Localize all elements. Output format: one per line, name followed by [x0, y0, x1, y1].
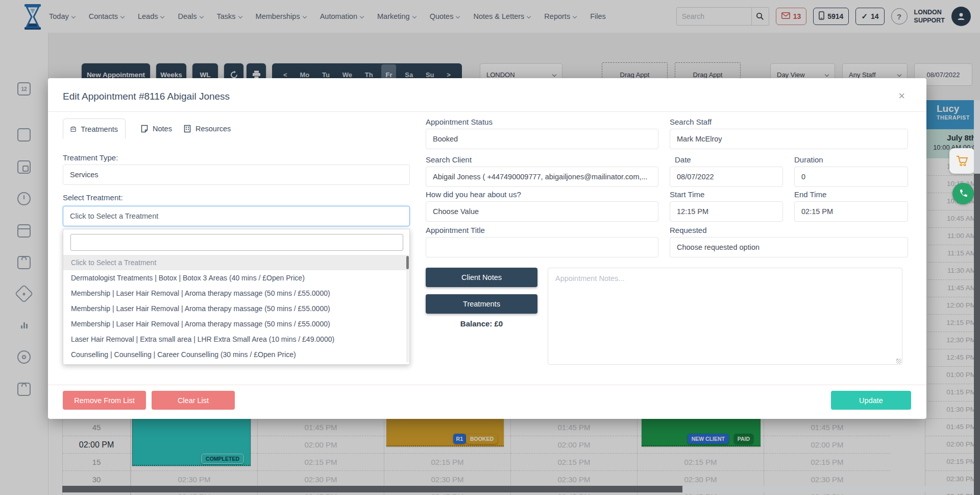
phone-fab[interactable] — [952, 183, 974, 204]
start-time-label: Start Time — [670, 190, 704, 199]
shopping-cart-icon — [955, 154, 969, 168]
requested-value: Choose requested option — [677, 243, 760, 251]
select-treatment-label: Select Treatment: — [63, 193, 123, 202]
phone-call-icon — [958, 188, 968, 199]
appointment-title-field[interactable] — [426, 237, 658, 257]
clear-list-button[interactable]: Clear List — [152, 391, 235, 410]
cart-fab[interactable] — [949, 148, 975, 174]
resize-handle[interactable] — [896, 359, 901, 364]
search-client-input[interactable] — [433, 173, 651, 181]
dropdown-scrollbar-thumb[interactable] — [406, 256, 409, 269]
balance-text: Balance: £0 — [426, 319, 537, 328]
modal-header-divider — [48, 111, 926, 112]
hear-about-value: Choose Value — [433, 207, 479, 216]
dropdown-option[interactable]: Dermatologist Treatments | Botox | Botox… — [63, 270, 407, 286]
dropdown-option[interactable]: Membership | Laser Hair Removal | Aroma … — [63, 301, 407, 316]
end-time-field[interactable] — [794, 201, 908, 222]
duration-input[interactable] — [801, 173, 901, 181]
appointment-title-label: Appointment Title — [426, 226, 485, 234]
appointment-status-label: Appointment Status — [426, 117, 493, 126]
end-time-label: End Time — [794, 190, 826, 199]
date-input[interactable] — [677, 173, 776, 181]
treatments-button[interactable]: Treatments — [426, 294, 537, 314]
dropdown-search — [70, 234, 403, 251]
appointment-notes-textarea[interactable] — [548, 268, 902, 365]
start-time-input[interactable] — [677, 207, 776, 216]
note-icon — [141, 125, 148, 133]
hear-about-select[interactable]: Choose Value — [426, 201, 658, 222]
update-button[interactable]: Update — [831, 391, 911, 410]
appointment-status-select[interactable]: Booked — [426, 129, 658, 149]
dropdown-option[interactable]: Counselling | Counselling | Career Couns… — [63, 347, 407, 362]
dropdown-option[interactable]: Click to Select a Treatment — [63, 255, 407, 270]
dropdown-search-input[interactable] — [71, 234, 403, 250]
treatment-dropdown-panel: Click to Select a Treatment Dermatologis… — [63, 229, 410, 365]
dropdown-option[interactable]: Membership | Laser Hair Removal | Aroma … — [63, 316, 407, 332]
tab-notes[interactable]: Notes — [134, 119, 179, 139]
duration-label: Duration — [794, 155, 823, 164]
vertical-scrollbar[interactable] — [974, 100, 980, 495]
treatment-combo[interactable]: Click to Select a Treatment — [63, 206, 410, 226]
tab-treatments[interactable]: Treatments — [63, 119, 126, 139]
search-client-label: Search Client — [426, 155, 472, 164]
treatment-combo-value: Click to Select a Treatment — [70, 212, 158, 220]
client-notes-button[interactable]: Client Notes — [426, 268, 537, 287]
start-time-field[interactable] — [670, 201, 783, 222]
search-staff-label: Search Staff — [670, 117, 712, 126]
tab-resources[interactable]: Resources — [177, 119, 238, 139]
tab-label: Treatments — [81, 125, 118, 133]
requested-label: Requested — [670, 226, 707, 234]
search-staff-field[interactable] — [670, 129, 908, 149]
vertical-scrollbar-thumb[interactable] — [974, 174, 980, 495]
remove-from-list-button[interactable]: Remove From List — [63, 391, 146, 410]
horizontal-scrollbar-thumb[interactable] — [62, 486, 682, 492]
search-staff-input[interactable] — [677, 135, 901, 143]
clipboard-icon — [70, 125, 76, 133]
hear-about-label: How did you hear about us? — [426, 190, 521, 199]
search-client-field[interactable] — [426, 167, 658, 187]
treatment-type-value: Services — [70, 171, 99, 179]
edit-appointment-modal: Edit Appointment #8116 Abigail Joness × … — [48, 78, 926, 419]
modal-title: Edit Appointment #8116 Abigail Joness — [63, 91, 230, 102]
dropdown-option[interactable]: Membership | Laser Hair Removal | Aroma … — [63, 286, 407, 301]
modal-footer-divider — [48, 385, 926, 385]
tab-label: Resources — [195, 125, 231, 133]
duration-field[interactable] — [794, 167, 908, 187]
date-label: Date — [675, 155, 691, 164]
app: Today Contacts Leads Deals Tasks Members… — [0, 0, 980, 495]
dropdown-scrollbar[interactable] — [406, 255, 409, 362]
close-icon[interactable]: × — [898, 89, 905, 103]
appointment-title-input[interactable] — [433, 243, 651, 251]
date-field[interactable] — [670, 167, 783, 187]
horizontal-scrollbar[interactable] — [62, 486, 974, 492]
dropdown-option[interactable]: Laser Hair Removal | Extra small area | … — [63, 332, 407, 347]
end-time-input[interactable] — [801, 207, 901, 216]
tab-label: Notes — [153, 125, 172, 133]
appointment-status-value: Booked — [433, 135, 458, 143]
requested-select[interactable]: Choose requested option — [670, 237, 908, 257]
building-icon — [184, 125, 191, 133]
treatment-type-label: Treatment Type: — [63, 153, 118, 162]
treatment-type-select[interactable]: Services — [63, 164, 410, 185]
